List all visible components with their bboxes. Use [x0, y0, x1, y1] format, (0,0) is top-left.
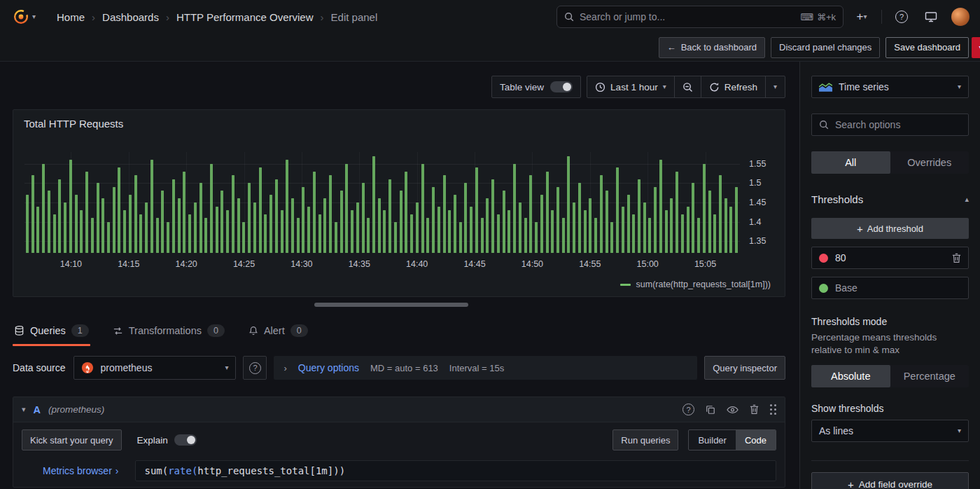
datasource-picker[interactable]: prometheus ▾ [74, 356, 236, 380]
plus-icon: + [857, 10, 864, 24]
zoom-out-time-button[interactable] [674, 76, 701, 97]
tab-queries[interactable]: Queries 1 [13, 324, 90, 346]
query-row-body: Kick start your query Explain Run querie… [13, 422, 785, 487]
chart-bar [540, 195, 543, 253]
breadcrumb-edit-panel: Edit panel [331, 11, 378, 23]
save-dashboard-split-dropdown-button[interactable]: ▾ [972, 37, 980, 58]
chart-bar [237, 198, 240, 253]
news-monitor-button[interactable] [920, 6, 942, 28]
duplicate-query-icon[interactable] [706, 405, 715, 415]
grafana-logo-button[interactable]: ▾ [8, 8, 40, 25]
chart-bar [345, 164, 348, 253]
back-to-dashboard-button[interactable]: ← Back to dashboard [659, 37, 765, 58]
x-axis-label: 14:30 [290, 259, 312, 269]
drag-handle-icon[interactable] [770, 404, 776, 415]
run-queries-button[interactable]: Run queries [612, 429, 678, 450]
tab-alert-count-badge: 0 [290, 324, 308, 337]
chart-bar [291, 198, 294, 253]
add-new-button[interactable]: + ▾ [850, 6, 873, 28]
time-range-picker[interactable]: Last 1 hour ▾ [587, 76, 674, 97]
chart-bar [497, 214, 500, 253]
chart-bar [31, 175, 34, 253]
add-field-override-button[interactable]: + Add field override [811, 472, 969, 489]
threshold-row: 80 [811, 247, 969, 269]
refresh-interval-dropdown[interactable]: ▾ [765, 76, 785, 97]
breadcrumb-dashboard-title[interactable]: HTTP Performance Overview [176, 11, 314, 23]
chevron-up-icon[interactable]: ▴ [965, 195, 969, 203]
panel-title[interactable]: Total HTTP Requests [13, 110, 134, 137]
x-axis-label: 14:10 [60, 259, 82, 269]
help-icon[interactable]: ? [682, 404, 694, 415]
show-thresholds-select[interactable]: As lines ▾ [811, 420, 969, 442]
chart-bar [194, 202, 197, 253]
chart-bar [632, 214, 635, 253]
chart-bar [75, 195, 78, 253]
user-profile-button[interactable] [949, 6, 972, 28]
datasource-help-button[interactable]: ? [243, 356, 267, 380]
options-search-input[interactable] [835, 119, 962, 130]
refresh-button[interactable]: Refresh [701, 76, 765, 97]
chart-bar [329, 175, 332, 253]
query-options-interval: Interval = 15s [449, 363, 504, 373]
tab-transformations[interactable]: Transformations 0 [111, 324, 226, 346]
chart-bar [313, 172, 316, 253]
breadcrumb-home[interactable]: Home [57, 11, 85, 23]
delete-query-trash-icon[interactable] [750, 404, 759, 415]
query-options-toggle[interactable]: Query options [298, 362, 359, 373]
panel-edit-main: Table view Last 1 hour ▾ [0, 62, 799, 489]
chart-bar [692, 183, 694, 253]
global-search-box[interactable]: ⌨ ⌘+k [556, 6, 844, 28]
visualization-picker[interactable]: Time series ▾ [811, 76, 969, 98]
chart-bar [606, 191, 608, 253]
discard-panel-changes-button[interactable]: Discard panel changes [771, 37, 880, 58]
query-ref-id[interactable]: A [34, 404, 41, 415]
global-search-input[interactable] [580, 11, 794, 22]
time-range-label: Last 1 hour [610, 82, 658, 92]
tab-alert[interactable]: Alert 0 [247, 324, 309, 346]
code-mode-button[interactable]: Code [736, 430, 776, 450]
query-row-header[interactable]: ▾ A (prometheus) ? [13, 397, 785, 422]
options-tab-all[interactable]: All [811, 151, 890, 174]
mode-percentage-button[interactable]: Percentage [890, 365, 969, 387]
chevron-right-icon[interactable]: › [284, 364, 286, 373]
options-search-box[interactable] [811, 113, 969, 136]
chart-bar [220, 191, 223, 253]
breadcrumb-dashboards[interactable]: Dashboards [102, 11, 159, 23]
table-view-toggle[interactable] [550, 81, 573, 92]
y-axis-label: 1.45 [749, 198, 766, 207]
threshold-color-dot[interactable] [819, 254, 828, 263]
x-axis-label: 14:35 [349, 259, 370, 269]
kick-start-query-button[interactable]: Kick start your query [22, 429, 122, 450]
mode-absolute-button[interactable]: Absolute [811, 365, 890, 387]
metrics-browser-link[interactable]: Metrics browser › [43, 465, 118, 476]
time-picker-group: Last 1 hour ▾ Refresh ▾ [587, 76, 785, 98]
query-row-datasource: (prometheus) [48, 404, 104, 415]
save-dashboard-button[interactable]: Save dashboard [886, 37, 969, 58]
explain-label: Explain [137, 435, 168, 446]
explain-toggle[interactable] [174, 434, 197, 446]
help-button[interactable]: ? [890, 6, 913, 28]
x-axis-label: 15:05 [694, 259, 716, 269]
query-options-md: MD = auto = 613 [370, 363, 438, 373]
horizontal-scrollbar-thumb[interactable] [314, 303, 469, 307]
avatar [951, 8, 969, 26]
promql-code-editor[interactable]: sum(rate(http_requests_total[1m])) [135, 460, 776, 481]
chart-bar [85, 172, 88, 253]
add-threshold-button[interactable]: + Add threshold [811, 218, 969, 239]
chart-bar [610, 222, 613, 253]
collapse-chevron-icon[interactable]: ▾ [22, 406, 26, 413]
hide-query-eye-icon[interactable] [727, 406, 738, 414]
options-tab-overrides[interactable]: Overrides [890, 151, 969, 174]
chart-legend-item[interactable]: sum(rate(http_requests_total[1m])) [620, 280, 771, 289]
chart-bar [546, 172, 549, 253]
chevron-down-icon: ▾ [958, 83, 961, 90]
builder-mode-button[interactable]: Builder [689, 430, 735, 450]
query-inspector-button[interactable]: Query inspector [704, 356, 785, 380]
threshold-value[interactable]: 80 [835, 252, 846, 263]
y-axis-label: 1.4 [749, 217, 761, 227]
run-queries-label: Run queries [621, 435, 670, 446]
chart-bar [118, 167, 120, 253]
delete-threshold-trash-icon[interactable] [952, 253, 961, 263]
threshold-base-color-dot[interactable] [819, 284, 828, 293]
thresholds-section-header[interactable]: Thresholds ▴ [811, 193, 969, 205]
